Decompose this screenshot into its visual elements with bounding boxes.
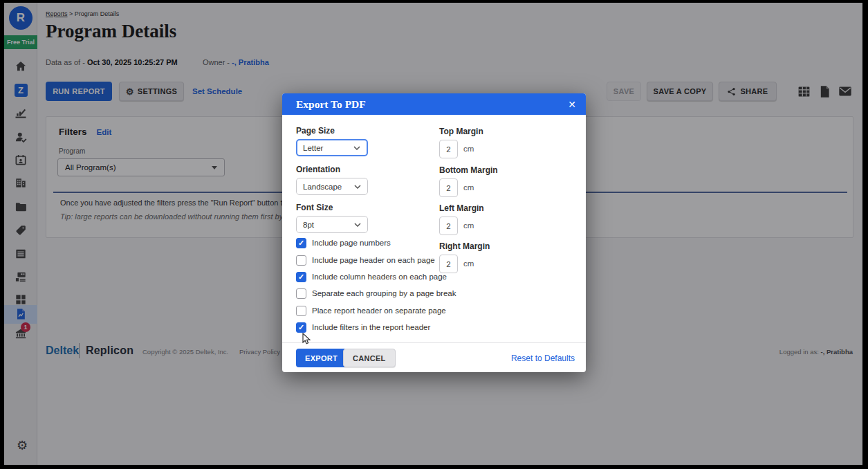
orientation-select[interactable]: Landscape — [296, 178, 368, 195]
checkbox-include-column-headers[interactable]: Include column headers on each page — [296, 271, 447, 282]
cancel-button[interactable]: CANCEL — [343, 349, 396, 367]
checkbox-label: Include filters in the report header — [312, 323, 430, 331]
export-button[interactable]: EXPORT — [296, 349, 347, 367]
font-size-value: 8pt — [303, 221, 314, 229]
checkbox-label: Include page header on each page — [312, 256, 435, 264]
modal-title: Export To PDF — [296, 98, 568, 111]
left-margin-input[interactable] — [439, 217, 458, 235]
checkbox-label: Include page numbers — [312, 239, 391, 247]
top-margin-input[interactable] — [439, 140, 458, 158]
orientation-label: Orientation — [296, 165, 340, 174]
left-margin-label: Left Margin — [439, 203, 484, 213]
modal-footer: EXPORT CANCEL Reset to Defaults — [282, 342, 586, 372]
bottom-margin-unit: cm — [463, 183, 474, 192]
checkbox-label: Separate each grouping by a page break — [312, 289, 456, 297]
checkbox-label: Place report header on separate page — [312, 306, 446, 315]
checkbox-include-page-header[interactable]: Include page header on each page — [296, 255, 435, 266]
checkbox-report-header-separate-page[interactable]: Place report header on separate page — [296, 305, 446, 316]
checkbox-include-page-numbers[interactable]: Include page numbers — [296, 237, 391, 248]
reset-to-defaults-link[interactable]: Reset to Defaults — [511, 349, 575, 367]
page-size-select[interactable]: Letter — [296, 139, 368, 156]
checkbox-icon[interactable] — [296, 322, 306, 333]
checkbox-icon[interactable] — [296, 272, 306, 282]
bottom-margin-label: Bottom Margin — [439, 165, 498, 175]
app-window: R Free Trial Z — [4, 3, 862, 465]
checkbox-icon[interactable] — [296, 238, 306, 248]
checkbox-icon[interactable] — [296, 288, 306, 299]
chevron-down-icon — [354, 223, 361, 227]
left-margin-unit: cm — [463, 221, 474, 230]
checkbox-separate-grouping[interactable]: Separate each grouping by a page break — [296, 288, 456, 299]
checkbox-label: Include column headers on each page — [312, 273, 447, 281]
close-icon[interactable]: ✕ — [568, 100, 576, 109]
page-size-label: Page Size — [296, 126, 335, 136]
right-margin-input[interactable] — [439, 255, 458, 273]
checkbox-icon[interactable] — [296, 255, 306, 266]
bottom-margin-input[interactable] — [439, 178, 458, 197]
top-margin-unit: cm — [463, 145, 474, 153]
top-margin-label: Top Margin — [439, 127, 483, 136]
mouse-cursor — [302, 333, 312, 345]
right-margin-unit: cm — [463, 259, 474, 268]
font-size-label: Font Size — [296, 203, 333, 212]
checkbox-icon[interactable] — [296, 306, 306, 316]
right-margin-label: Right Margin — [439, 241, 490, 251]
checkbox-include-filters[interactable]: Include filters in the report header — [296, 322, 430, 333]
modal-header: Export To PDF ✕ — [282, 93, 586, 115]
export-to-pdf-modal: Export To PDF ✕ Page Size Letter Orienta… — [282, 93, 586, 372]
font-size-select[interactable]: 8pt — [296, 216, 368, 233]
page-size-value: Letter — [303, 144, 323, 152]
chevron-down-icon — [354, 185, 361, 189]
orientation-value: Landscape — [303, 183, 342, 191]
chevron-down-icon — [353, 146, 360, 150]
